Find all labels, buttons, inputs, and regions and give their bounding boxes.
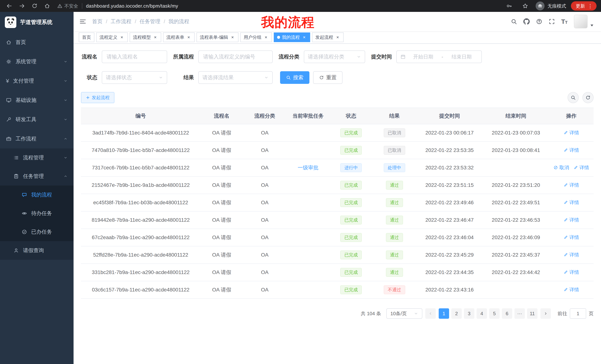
detail-action-link[interactable]: 详情	[563, 269, 579, 276]
page-button[interactable]: 5	[489, 308, 500, 319]
cell-current-task	[287, 194, 330, 211]
breadcrumb-item[interactable]: 首页	[92, 18, 102, 25]
create-process-label: 发起流程	[92, 95, 110, 101]
create-process-button[interactable]: 发起流程	[81, 92, 114, 103]
fullscreen-icon[interactable]	[549, 18, 555, 25]
sidebar-item[interactable]: 我的流程	[0, 185, 74, 204]
table-row: ec45f38f-7b9a-11ec-b03b-acde48001122OA 请…	[81, 194, 594, 211]
detail-action-link[interactable]: 详情	[563, 252, 579, 258]
tab-item[interactable]: 流程模型×	[130, 32, 161, 42]
detail-action-link[interactable]: 详情	[563, 287, 579, 293]
sidebar-item[interactable]: ¥支付管理	[0, 71, 74, 91]
close-icon[interactable]: ×	[186, 35, 191, 40]
submit-time-range-picker[interactable]: 开始日期 - 结束日期	[396, 50, 482, 63]
sidebar-item[interactable]: 已办任务	[0, 223, 74, 241]
page-button[interactable]: 3	[464, 308, 474, 319]
action-label: 取消	[559, 164, 569, 171]
pagination: 共 104 条 10条/页 123456···11 前往	[81, 308, 594, 319]
tab-item[interactable]: 流程表单-编辑×	[197, 32, 239, 42]
detail-action-link[interactable]: 详情	[563, 147, 579, 153]
chevron-down-icon	[63, 59, 68, 64]
sidebar-item[interactable]: 任务管理	[0, 167, 74, 185]
browser-reload-icon[interactable]	[29, 3, 40, 9]
browser-back-icon[interactable]	[4, 3, 15, 9]
tab-item[interactable]: 首页	[79, 32, 94, 42]
cancel-action-link[interactable]: 取消	[553, 164, 569, 171]
process-table: 编号 流程名 流程分类 当前审批任务 状态 结果 提交时间 结束时间 操作 3a…	[81, 108, 594, 299]
column-header-end-time: 结束时间	[483, 108, 549, 124]
hamburger-icon[interactable]	[80, 19, 86, 25]
breadcrumb-item[interactable]: 工作流程	[111, 18, 131, 25]
status-select[interactable]: 请选择状态	[102, 71, 167, 84]
tab-item[interactable]: 流程定义×	[96, 32, 128, 42]
page-button[interactable]: 2	[451, 308, 462, 319]
browser-home-icon[interactable]	[42, 3, 53, 9]
app-logo	[5, 17, 16, 28]
sidebar-item[interactable]: 系统管理	[0, 52, 74, 71]
prev-page-button[interactable]	[425, 308, 436, 319]
detail-action-link[interactable]: 详情	[563, 182, 579, 188]
close-icon[interactable]: ×	[230, 35, 235, 40]
cell-submit-time: 2022-01-22 23:45:29	[416, 246, 483, 264]
tab-item[interactable]: 用户分组×	[240, 32, 272, 42]
tab-item[interactable]: 流程表单×	[163, 32, 195, 42]
address-bar[interactable]: 不安全 dashboard.yudao.iocoder.cn/bpm/task/…	[57, 3, 502, 9]
user-menu[interactable]	[574, 15, 595, 29]
page-button[interactable]: 11	[527, 308, 538, 319]
goto-page-input[interactable]	[570, 308, 586, 319]
sidebar-item[interactable]: 工作流程	[0, 129, 74, 148]
sidebar-item[interactable]: 首页	[0, 33, 74, 52]
tab-item[interactable]: 我的流程×	[274, 32, 310, 42]
page-button[interactable]: 4	[477, 308, 487, 319]
breadcrumb-item[interactable]: 任务管理	[140, 18, 160, 25]
sidebar-item[interactable]: 研发工具	[0, 110, 74, 129]
security-indicator[interactable]: 不安全	[57, 3, 78, 9]
table-row: 67c2eaab-7b9a-11ec-a290-acde48001122OA 请…	[81, 229, 594, 246]
browser-menu-dots-icon[interactable]: ⋮	[586, 3, 594, 9]
detail-action-link[interactable]: 详情	[563, 130, 579, 136]
close-icon[interactable]: ×	[153, 35, 158, 40]
detail-action-link[interactable]: 详情	[563, 199, 579, 206]
reset-button[interactable]: 重置	[313, 71, 342, 84]
avatar[interactable]	[574, 15, 588, 29]
cell-current-task	[287, 246, 330, 264]
more-pages-button[interactable]: ···	[514, 308, 525, 319]
detail-action-link[interactable]: 详情	[563, 234, 579, 241]
category-select[interactable]: 请选择流程分类	[304, 50, 365, 63]
process-definition-input[interactable]	[198, 50, 273, 63]
app-logo-row[interactable]: 芋道管理系统	[0, 12, 74, 33]
search-button-label: 搜索	[293, 74, 303, 81]
close-icon[interactable]: ×	[302, 35, 307, 40]
page-button[interactable]: 6	[502, 308, 512, 319]
close-icon[interactable]: ×	[335, 35, 340, 40]
next-page-button[interactable]	[541, 308, 551, 319]
update-button[interactable]: 更新 ⋮	[571, 1, 597, 10]
search-icon[interactable]	[511, 18, 517, 25]
bookmark-star-icon[interactable]	[520, 3, 531, 9]
process-name-input[interactable]	[102, 50, 167, 63]
font-size-icon[interactable]: TT	[561, 18, 568, 25]
current-task-link[interactable]: 一级审批	[298, 165, 319, 171]
search-button[interactable]: 搜索	[280, 71, 310, 84]
sidebar-item[interactable]: 流程管理	[0, 148, 74, 167]
cell-current-task	[287, 124, 330, 142]
detail-action-link[interactable]: 详情	[563, 217, 579, 223]
result-badge: 通过	[386, 233, 403, 242]
page-button[interactable]: 1	[439, 308, 449, 319]
sidebar-item[interactable]: 待办任务	[0, 204, 74, 223]
page-size-select[interactable]: 10条/页	[386, 308, 422, 319]
detail-action-link[interactable]: 详情	[573, 164, 589, 171]
github-icon[interactable]	[523, 18, 530, 25]
help-icon[interactable]	[536, 18, 542, 25]
password-key-icon[interactable]	[504, 3, 515, 9]
close-icon[interactable]: ×	[119, 35, 124, 40]
close-icon[interactable]: ×	[263, 35, 269, 40]
sidebar-item[interactable]: 请假查询	[0, 241, 74, 260]
refresh-table-button[interactable]	[582, 92, 594, 103]
sidebar-item[interactable]: 基础设施	[0, 91, 74, 110]
result-select[interactable]: 请选择流结果	[198, 71, 273, 84]
sidebar-item-label: 已办任务	[31, 228, 68, 235]
tab-item[interactable]: 发起流程×	[312, 32, 344, 42]
toggle-search-button[interactable]	[568, 92, 579, 103]
browser-forward-icon[interactable]	[16, 3, 28, 9]
